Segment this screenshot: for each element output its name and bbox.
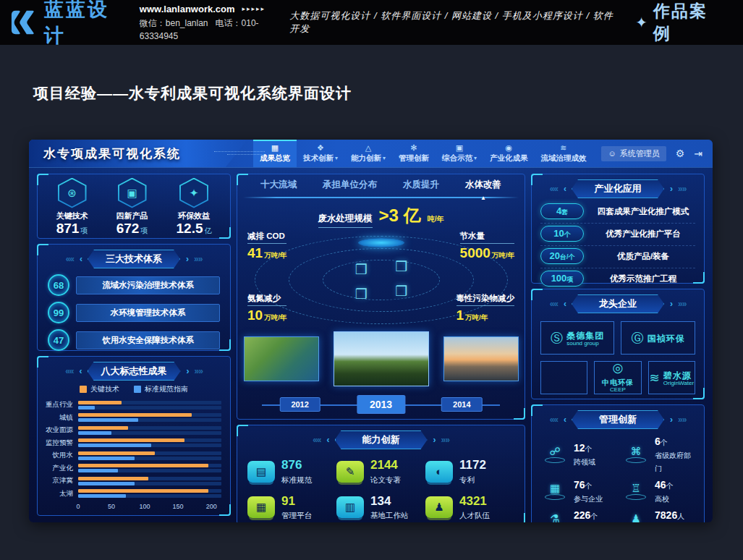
cube-icon: ❒ xyxy=(355,286,368,302)
stat-enterprises: ▦ 76个参与企业 xyxy=(542,478,620,504)
count-pill: 20台/个 xyxy=(540,248,584,264)
year-button-2012[interactable]: 2012 xyxy=(279,397,320,412)
logo-ceep: ◎中电环保CEEP xyxy=(594,361,641,394)
photo-2012[interactable] xyxy=(244,336,319,381)
guozhen-icon: Ⓖ xyxy=(632,332,644,344)
nav-tab-industrial-achievements[interactable]: ◉ 产业化成果 xyxy=(483,140,535,167)
stat-unit: 项 xyxy=(80,226,88,234)
achievements-chart-panel: ««‹ 八大标志性成果 ›»» 关键技术 标准规范指南 重点行业城镇农业面源监控… xyxy=(37,356,231,516)
bar-fill xyxy=(78,418,138,422)
bar-row: 太湖 xyxy=(38,489,230,499)
logo-originwater: ≋ 碧水源OriginWater xyxy=(648,361,695,394)
user-chip[interactable]: ☺ 系统管理员 xyxy=(601,146,666,161)
stat-universities: ♖ 46个高校 xyxy=(623,478,697,504)
axis-tick: 150 xyxy=(173,503,184,510)
year-button-2014[interactable]: 2014 xyxy=(441,397,482,412)
tech-systems-panel: ««‹ 三大技术体系 ›»» 68 流域水污染治理技术体系 99 水环境管理技术… xyxy=(37,244,231,351)
stat-unit: 亿 xyxy=(204,226,211,234)
building-icon: ▦ xyxy=(550,483,560,493)
sound-group-icon: Ⓢ xyxy=(551,332,563,344)
product-hex-icon: ▣ xyxy=(127,187,137,200)
count-pill: 4套 xyxy=(540,203,584,219)
metric-value: 5000 xyxy=(460,245,491,260)
industrial-application-panel: ««‹ 产业化应用 ›»» 4套 四套成果产业化推广模式 10个 优秀产业化推广… xyxy=(531,174,705,284)
site-header: 蓝蓝设计 www.lanlanwork.com ▸▸▸▸▸ 微信：ben_lan… xyxy=(0,0,743,45)
bar-track xyxy=(78,444,221,447)
bar-fill xyxy=(78,489,208,493)
tech-system-row: 47 饮用水安全保障技术体系 xyxy=(39,326,227,354)
photo-2013[interactable] xyxy=(334,331,429,386)
gear-icon[interactable]: ⚙ xyxy=(676,148,685,158)
triangle-icon: △ xyxy=(365,144,371,152)
bar-fill xyxy=(78,406,95,410)
nav-tab-basin-governance[interactable]: ≋ 流域治理成效 xyxy=(534,140,593,167)
dashboard-nav: ▦ 成果总览 ❖ 技术创新▾ △ 能力创新▾ ✻ 管理创新 ▣ 综合示范▾ ◉ … xyxy=(253,140,593,167)
headline-label: 废水处理规模 xyxy=(318,213,373,228)
tech-count: 47 xyxy=(48,329,69,351)
right-column: ««‹ 产业化应用 ›»» 4套 四套成果产业化推广模式 10个 优秀产业化推广… xyxy=(531,174,705,516)
bar-track xyxy=(78,482,221,485)
capability-panel: ««‹ 能力创新 ›»» ▤ 876标准规范 ✎ 2144论文专著 ◐ xyxy=(237,425,525,522)
metric-label: 毒性污染物减少 xyxy=(457,293,515,306)
stat-standards: ▤ 876标准规范 xyxy=(247,458,336,485)
legend-swatch-blue xyxy=(134,386,141,393)
stat-cross-domain: ☍ 12个跨领域 xyxy=(542,435,620,474)
stat-label: 论文专著 xyxy=(370,475,401,484)
panel-title: 产业化应用 xyxy=(572,179,664,198)
metric-water-saving: 节水量 5000万吨/年 xyxy=(460,231,514,261)
monitor-icon: ▦ xyxy=(247,496,275,518)
bar-category-label: 太湖 xyxy=(38,489,78,499)
year-timeline: 2012 2013 2014 xyxy=(262,394,500,415)
tech-count: 99 xyxy=(48,302,69,323)
bar-track xyxy=(78,401,221,404)
stat-research-units: ⚗ 226个科研单位 xyxy=(542,509,620,522)
nav-tab-capability-innovation[interactable]: △ 能力创新▾ xyxy=(344,140,392,167)
industrial-label: 优质产品/装备 xyxy=(591,251,695,262)
portfolio-link[interactable]: ✦ 作品案例 xyxy=(635,0,721,45)
metric-label: 氨氮减少 xyxy=(247,293,286,306)
tech-label[interactable]: 饮用水安全保障技术体系 xyxy=(76,331,220,349)
industrial-label: 优秀示范推广工程 xyxy=(591,273,695,284)
nav-tab-comprehensive-demo[interactable]: ▣ 综合示范▾ xyxy=(436,140,483,167)
flower-icon: ✻ xyxy=(410,144,417,152)
chevrons-left-icon: «« xyxy=(550,415,558,425)
metric-ammonia-reduction: 氨氮减少 10万吨/年 xyxy=(247,293,286,323)
tab-ten-basins[interactable]: 十大流域 xyxy=(260,179,297,191)
bar-track xyxy=(78,457,221,460)
stat-papers: ✎ 2144论文专著 xyxy=(336,458,425,485)
stat-key-technology: ⊛ 关键技术 871项 xyxy=(56,178,88,237)
photo-2014[interactable] xyxy=(443,336,519,381)
tech-label[interactable]: 流域水污染治理技术体系 xyxy=(76,276,220,294)
bar-track xyxy=(78,451,221,455)
capability-grid: ▤ 876标准规范 ✎ 2144论文专著 ◐ 1172专利 ▦ 91管理平台 xyxy=(237,449,525,522)
sparkle-star-icon: ✦ xyxy=(635,15,648,30)
year-button-2013[interactable]: 2013 xyxy=(357,395,405,414)
logout-icon[interactable]: ⇥ xyxy=(694,148,702,158)
org-chart-icon: ⌘ xyxy=(631,446,642,457)
nav-tab-tech-innovation[interactable]: ❖ 技术创新▾ xyxy=(297,140,344,167)
lanlan-logo[interactable]: 蓝蓝设计 xyxy=(10,0,125,48)
globe-visualization: ❒ ❒ ❒ ❒ 减排 COD 41万吨/年 节水量 5000万吨/年 氨氮减少 … xyxy=(237,228,525,325)
bar-fill xyxy=(78,457,135,460)
chevrons-left-icon: «« xyxy=(65,366,73,376)
stat-workstations: ▥ 134基地工作站 xyxy=(336,494,425,522)
tab-unit-distribution[interactable]: 承担单位分布 xyxy=(323,179,377,191)
waves-icon: ≋ xyxy=(560,144,566,152)
document-icon: ▥ xyxy=(336,496,364,518)
bar-chart-rows: 重点行业城镇农业面源监控预警饮用水产业化京津冀太湖 xyxy=(38,397,230,501)
bar-fill xyxy=(78,444,151,447)
chart-legend: 关键技术 标准规范指南 xyxy=(38,384,230,394)
tech-system-row: 99 水环境管理技术体系 xyxy=(39,299,227,326)
industrial-row: 10个 优秀产业化推广平台 xyxy=(540,224,695,246)
flow-icon: ☍ xyxy=(549,446,560,457)
bar-track xyxy=(78,431,221,435)
bar-row: 京津冀 xyxy=(38,476,230,485)
industrial-row: 20台/个 优质产品/装备 xyxy=(540,246,695,268)
nav-tab-management-innovation[interactable]: ✻ 管理创新 xyxy=(392,140,436,167)
service-links[interactable]: 大数据可视化设计 / 软件界面设计 / 网站建设 / 手机及小程序设计 / 软件… xyxy=(289,9,616,35)
tab-water-improvement[interactable]: 水体改善▲ xyxy=(465,179,501,191)
wastewater-headline: 废水处理规模 >3 亿 吨/年 xyxy=(237,204,525,228)
bar-track xyxy=(78,477,221,480)
tab-water-quality[interactable]: 水质提升 xyxy=(403,179,439,191)
tech-label[interactable]: 水环境管理技术体系 xyxy=(76,304,220,322)
